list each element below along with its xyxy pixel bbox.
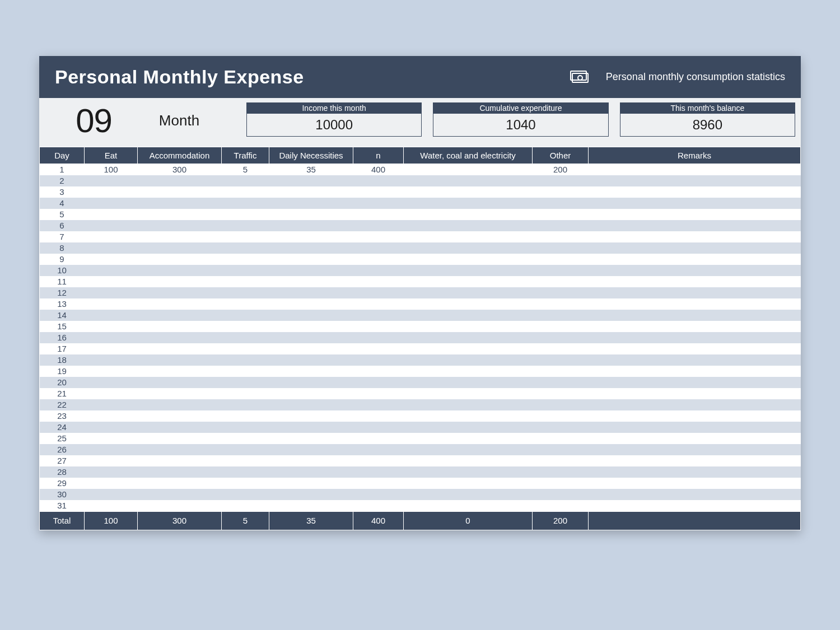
cell-eat[interactable]: 100 xyxy=(85,164,138,176)
cell-util[interactable] xyxy=(404,220,533,231)
cell-accom[interactable] xyxy=(138,332,222,343)
cell-n[interactable] xyxy=(353,209,404,220)
cell-necess[interactable] xyxy=(269,388,353,399)
cell-traffic[interactable] xyxy=(222,254,269,265)
cell-eat[interactable] xyxy=(85,422,138,433)
cell-day[interactable]: 24 xyxy=(40,422,85,433)
table-row[interactable]: 20 xyxy=(40,377,801,388)
cell-day[interactable]: 16 xyxy=(40,332,85,343)
cell-day[interactable]: 21 xyxy=(40,388,85,399)
table-row[interactable]: 4 xyxy=(40,198,801,209)
cell-other[interactable] xyxy=(533,354,589,366)
cell-remarks[interactable] xyxy=(589,265,801,276)
table-row[interactable]: 11 xyxy=(40,276,801,287)
cell-accom[interactable] xyxy=(138,489,222,500)
cell-other[interactable]: 200 xyxy=(533,164,589,176)
cell-accom[interactable] xyxy=(138,310,222,321)
cell-util[interactable] xyxy=(404,164,533,176)
cell-n[interactable] xyxy=(353,478,404,489)
table-row[interactable]: 31 xyxy=(40,500,801,512)
cell-eat[interactable] xyxy=(85,265,138,276)
cell-remarks[interactable] xyxy=(589,399,801,410)
cell-necess[interactable] xyxy=(269,422,353,433)
cell-n[interactable] xyxy=(353,287,404,298)
cell-traffic[interactable] xyxy=(222,265,269,276)
cell-day[interactable]: 29 xyxy=(40,478,85,489)
cell-other[interactable] xyxy=(533,489,589,500)
cell-necess[interactable] xyxy=(269,489,353,500)
table-row[interactable]: 28 xyxy=(40,466,801,478)
cell-remarks[interactable] xyxy=(589,466,801,478)
cell-n[interactable] xyxy=(353,489,404,500)
cell-n[interactable] xyxy=(353,399,404,410)
cell-remarks[interactable] xyxy=(589,298,801,310)
cell-accom[interactable] xyxy=(138,366,222,377)
cell-eat[interactable] xyxy=(85,399,138,410)
cell-day[interactable]: 7 xyxy=(40,231,85,242)
cell-util[interactable] xyxy=(404,500,533,512)
cell-traffic[interactable] xyxy=(222,175,269,186)
table-row[interactable]: 16 xyxy=(40,332,801,343)
cell-remarks[interactable] xyxy=(589,242,801,254)
cell-eat[interactable] xyxy=(85,410,138,422)
cell-eat[interactable] xyxy=(85,478,138,489)
cell-day[interactable]: 22 xyxy=(40,399,85,410)
cell-accom[interactable] xyxy=(138,354,222,366)
cell-accom[interactable] xyxy=(138,186,222,198)
cell-traffic[interactable] xyxy=(222,377,269,388)
cell-day[interactable]: 30 xyxy=(40,489,85,500)
cell-traffic[interactable] xyxy=(222,489,269,500)
table-row[interactable]: 24 xyxy=(40,422,801,433)
cell-day[interactable]: 8 xyxy=(40,242,85,254)
cell-util[interactable] xyxy=(404,466,533,478)
cell-accom[interactable] xyxy=(138,444,222,455)
cell-necess[interactable] xyxy=(269,276,353,287)
cell-remarks[interactable] xyxy=(589,198,801,209)
cell-necess[interactable] xyxy=(269,220,353,231)
cell-day[interactable]: 18 xyxy=(40,354,85,366)
cell-util[interactable] xyxy=(404,231,533,242)
cell-eat[interactable] xyxy=(85,489,138,500)
cell-n[interactable] xyxy=(353,276,404,287)
cell-accom[interactable] xyxy=(138,466,222,478)
cell-eat[interactable] xyxy=(85,466,138,478)
cell-remarks[interactable] xyxy=(589,354,801,366)
cell-other[interactable] xyxy=(533,343,589,354)
cell-day[interactable]: 14 xyxy=(40,310,85,321)
cell-util[interactable] xyxy=(404,265,533,276)
table-row[interactable]: 25 xyxy=(40,433,801,444)
cell-n[interactable] xyxy=(353,500,404,512)
cell-eat[interactable] xyxy=(85,186,138,198)
col-traf[interactable]: Traffic xyxy=(222,147,269,164)
cell-traffic[interactable] xyxy=(222,478,269,489)
cell-accom[interactable] xyxy=(138,321,222,332)
cell-eat[interactable] xyxy=(85,310,138,321)
cell-n[interactable] xyxy=(353,455,404,466)
cell-eat[interactable] xyxy=(85,198,138,209)
cell-util[interactable] xyxy=(404,198,533,209)
cell-eat[interactable] xyxy=(85,321,138,332)
cell-other[interactable] xyxy=(533,444,589,455)
cell-traffic[interactable] xyxy=(222,366,269,377)
cell-eat[interactable] xyxy=(85,231,138,242)
cell-day[interactable]: 26 xyxy=(40,444,85,455)
cell-eat[interactable] xyxy=(85,433,138,444)
cell-other[interactable] xyxy=(533,377,589,388)
cell-day[interactable]: 17 xyxy=(40,343,85,354)
cell-necess[interactable] xyxy=(269,366,353,377)
cell-util[interactable] xyxy=(404,354,533,366)
cell-necess[interactable] xyxy=(269,321,353,332)
cell-n[interactable] xyxy=(353,433,404,444)
cell-day[interactable]: 28 xyxy=(40,466,85,478)
cell-other[interactable] xyxy=(533,478,589,489)
cell-remarks[interactable] xyxy=(589,231,801,242)
cell-necess[interactable] xyxy=(269,186,353,198)
cell-remarks[interactable] xyxy=(589,489,801,500)
cell-necess[interactable] xyxy=(269,287,353,298)
cell-n[interactable] xyxy=(353,410,404,422)
table-row[interactable]: 26 xyxy=(40,444,801,455)
cell-eat[interactable] xyxy=(85,220,138,231)
table-row[interactable]: 3 xyxy=(40,186,801,198)
cell-traffic[interactable] xyxy=(222,209,269,220)
cell-other[interactable] xyxy=(533,422,589,433)
